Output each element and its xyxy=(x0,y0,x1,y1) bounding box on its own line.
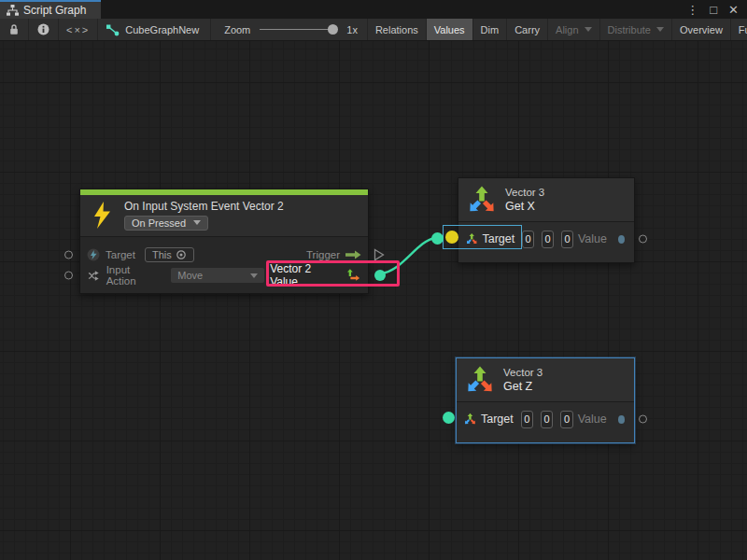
node-category: Vector 3 xyxy=(505,187,544,198)
vector3-small-icon xyxy=(466,231,477,246)
vector3-small-icon xyxy=(464,412,476,427)
target-label: Target xyxy=(482,232,514,245)
button-align[interactable]: Align xyxy=(547,19,599,40)
node-category: Vector 3 xyxy=(503,367,543,378)
graph-canvas[interactable]: On Input System Event Vector 2 On Presse… xyxy=(0,41,747,560)
target-crosshair-icon xyxy=(176,249,187,260)
get-z-node[interactable]: Vector 3 Get Z Target 0 0 0 Value xyxy=(456,357,635,443)
graph-icon xyxy=(106,23,120,36)
input-action-dropdown[interactable]: Move xyxy=(171,268,264,283)
chevron-down-icon xyxy=(250,273,258,278)
input-action-label: Input Action xyxy=(106,264,162,287)
vector3-icon xyxy=(466,366,494,394)
chevron-down-icon xyxy=(193,220,201,225)
script-graph-icon xyxy=(7,5,19,16)
get-x-body: Target 0 0 0 Value xyxy=(458,221,634,262)
target-field-x[interactable]: 0 xyxy=(521,411,533,428)
chevron-down-icon xyxy=(656,27,664,32)
event-bolt-icon xyxy=(87,248,100,261)
maximize-icon[interactable]: □ xyxy=(710,4,717,16)
lock-icon xyxy=(8,23,20,35)
target-field-y[interactable]: 0 xyxy=(541,411,553,428)
tab-bar: Script Graph ⋮ □ ✕ xyxy=(0,0,747,19)
window-controls: ⋮ □ ✕ xyxy=(686,0,747,19)
node-title: Get X xyxy=(505,200,544,213)
button-full-screen[interactable]: Full Scre xyxy=(730,19,747,40)
target-label: Target xyxy=(481,413,514,426)
input-action-row: Input Action Move Vector 2 Value xyxy=(80,265,368,286)
get-x-node[interactable]: Vector 3 Get X Target 0 0 0 Value xyxy=(458,177,635,263)
code-icon: <×> xyxy=(66,24,90,35)
lightning-icon xyxy=(92,202,113,229)
vector2-icon xyxy=(345,268,361,283)
chevron-down-icon xyxy=(585,27,592,32)
button-values[interactable]: Values xyxy=(426,19,472,40)
event-node-title: On Input System Event Vector 2 xyxy=(124,200,284,213)
target-field-z[interactable]: 0 xyxy=(560,411,572,428)
button-dim[interactable]: Dim xyxy=(472,19,507,40)
button-carry[interactable]: Carry xyxy=(506,19,547,40)
button-distribute[interactable]: Distribute xyxy=(599,19,671,40)
tab-label: Script Graph xyxy=(23,4,86,17)
menu-icon[interactable]: ⋮ xyxy=(686,4,698,16)
connection-wire xyxy=(0,41,747,560)
target-field-z[interactable]: 0 xyxy=(561,231,573,248)
trigger-label: Trigger xyxy=(306,249,340,260)
info-icon xyxy=(37,23,49,35)
value-label: Value xyxy=(578,413,607,426)
wire-end-port[interactable] xyxy=(431,232,444,245)
value-output-port[interactable] xyxy=(639,235,647,244)
get-x-header: Vector 3 Get X xyxy=(458,178,634,221)
get-x-target-port[interactable] xyxy=(445,231,458,244)
event-mode-dropdown[interactable]: On Pressed xyxy=(124,216,208,231)
trigger-output-port[interactable] xyxy=(374,248,385,261)
get-z-target-port[interactable] xyxy=(443,412,455,424)
input-action-port[interactable] xyxy=(64,272,73,280)
value-type-dot xyxy=(618,415,625,424)
get-z-target-row: Target 0 0 0 Value xyxy=(457,402,634,436)
get-x-target-row: Target 0 0 0 Value xyxy=(458,222,634,256)
event-node-header: On Input System Event Vector 2 On Presse… xyxy=(80,195,368,236)
event-node-body: Target This Trigger xyxy=(80,236,368,293)
trigger-arrow-icon xyxy=(345,250,361,259)
value-label: Value xyxy=(578,232,607,245)
lock-button[interactable] xyxy=(0,19,29,40)
button-overview[interactable]: Overview xyxy=(671,19,730,40)
value-output-port[interactable] xyxy=(639,415,647,424)
info-button[interactable] xyxy=(29,19,59,40)
event-node[interactable]: On Input System Event Vector 2 On Presse… xyxy=(79,189,369,294)
zoom-control: Zoom 1x xyxy=(211,19,367,40)
vector2-output-port[interactable] xyxy=(374,270,386,281)
this-chip[interactable]: This xyxy=(145,247,194,262)
target-field-x[interactable]: 0 xyxy=(522,231,534,248)
node-title: Get Z xyxy=(503,380,543,393)
button-relations[interactable]: Relations xyxy=(367,19,426,40)
zoom-slider[interactable] xyxy=(260,29,338,30)
value-type-dot xyxy=(618,235,625,244)
zoom-label: Zoom xyxy=(224,24,250,35)
graph-toolbar: <×> CubeGraphNew Zoom 1x Relations Value… xyxy=(0,19,747,41)
vector2-value-label: Vector 2 Value xyxy=(270,262,340,288)
close-icon[interactable]: ✕ xyxy=(728,4,739,16)
target-field-y[interactable]: 0 xyxy=(542,231,554,248)
target-input-port[interactable] xyxy=(64,251,73,259)
zoom-value: 1x xyxy=(346,24,358,35)
target-label: Target xyxy=(106,249,135,260)
code-view-button[interactable]: <×> xyxy=(59,19,98,40)
zoom-handle[interactable] xyxy=(328,24,338,35)
get-z-body: Target 0 0 0 Value xyxy=(457,401,634,442)
get-z-header: Vector 3 Get Z xyxy=(457,358,634,401)
vector3-icon xyxy=(468,186,496,214)
graph-breadcrumb[interactable]: CubeGraphNew xyxy=(98,19,211,40)
input-action-icon xyxy=(87,269,101,283)
graph-name: CubeGraphNew xyxy=(125,24,199,35)
tab-script-graph[interactable]: Script Graph xyxy=(0,0,101,19)
